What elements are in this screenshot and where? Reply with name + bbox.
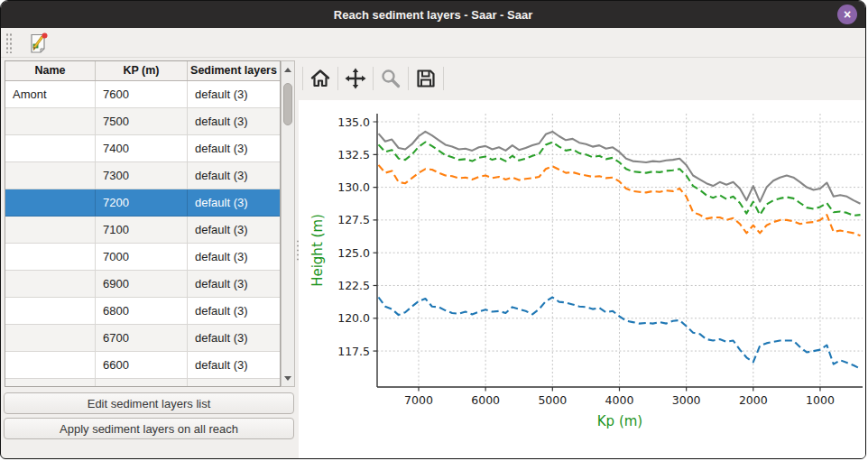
cell-kp: 7200 [96, 189, 188, 217]
table-row[interactable]: 6900default (3) [5, 271, 280, 298]
table-row[interactable]: 6700default (3) [5, 325, 280, 352]
svg-text:132.5: 132.5 [337, 148, 370, 161]
cell-kp: 7600 [96, 81, 188, 108]
cell-layers: default (3) [188, 217, 280, 244]
svg-text:5000: 5000 [538, 393, 567, 407]
cell-layers: default (3) [188, 352, 280, 379]
cell-name [5, 162, 96, 189]
table-row[interactable]: 6800default (3) [5, 298, 280, 325]
cell-kp: 6800 [96, 298, 188, 325]
cell-name [5, 244, 96, 271]
svg-text:122.5: 122.5 [337, 279, 370, 292]
svg-text:130.0: 130.0 [337, 180, 370, 194]
magnifier-zoom-icon [380, 68, 402, 89]
cell-layers: default (3) [188, 189, 280, 217]
sediment-layers-table: Name KP (m) Sediment layers Amont7600def… [5, 60, 281, 387]
plot-panel: 7000600050004000300020001000117.5120.012… [299, 59, 866, 458]
table-row[interactable]: 6600default (3) [5, 352, 280, 379]
cell-kp: 6900 [96, 271, 188, 298]
svg-text:1000: 1000 [806, 393, 835, 407]
sediment-profile-chart: 7000600050004000300020001000117.5120.012… [299, 100, 866, 458]
save-floppy-icon [415, 68, 437, 89]
cell-kp: 7500 [96, 108, 188, 135]
svg-text:6000: 6000 [471, 393, 500, 407]
column-header-kp[interactable]: KP (m) [96, 61, 188, 80]
edit-sediment-layers-list-button[interactable]: Edit sediment layers list [4, 392, 294, 414]
cell-kp: 7400 [96, 135, 188, 162]
table-row[interactable]: 7300default (3) [5, 162, 280, 189]
scrollbar-thumb[interactable] [283, 83, 292, 125]
table-row[interactable]: 7100default (3) [5, 217, 280, 244]
home-icon [309, 68, 331, 89]
svg-text:3000: 3000 [672, 393, 701, 407]
toolbar-separator [443, 67, 444, 90]
cell-layers: default (3) [188, 271, 280, 298]
svg-text:7000: 7000 [404, 393, 433, 407]
close-icon: × [844, 8, 851, 21]
cell-layers: default (3) [188, 108, 280, 135]
column-header-name[interactable]: Name [5, 61, 96, 80]
table-row[interactable]: Amont7600default (3) [5, 81, 280, 108]
svg-text:2000: 2000 [739, 393, 768, 407]
apply-sediment-layers-button[interactable]: Apply sediment layers on all reach [4, 418, 294, 439]
plot-canvas[interactable]: 7000600050004000300020001000117.5120.012… [299, 100, 866, 458]
table-row[interactable]: 7200default (3) [5, 189, 280, 217]
cell-kp: 7300 [96, 162, 188, 189]
cell-kp: 6600 [96, 352, 188, 379]
cell-name [5, 108, 96, 135]
cell-name [5, 189, 96, 217]
cell-layers: default (3) [188, 298, 280, 325]
cell-layers: default (3) [188, 244, 280, 271]
edit-document-icon [26, 32, 50, 55]
svg-text:117.5: 117.5 [337, 345, 370, 358]
svg-text:120.0: 120.0 [337, 311, 370, 325]
cell-layers: default (3) [188, 325, 280, 352]
cell-layers: default (3) [188, 162, 280, 189]
pan-button[interactable] [338, 65, 373, 92]
save-button[interactable] [409, 65, 443, 92]
svg-text:Kp (m): Kp (m) [597, 413, 642, 429]
window-title: Reach sediment layers - Saar - Saar [334, 8, 532, 22]
reach-sediment-layers-window: Reach sediment layers - Saar - Saar × Na… [0, 0, 866, 459]
close-button[interactable]: × [837, 5, 857, 24]
edit-reach-sediment-button[interactable] [24, 31, 51, 56]
pan-move-icon [345, 68, 366, 89]
cell-name [5, 217, 96, 244]
cell-kp: 6700 [96, 325, 188, 352]
cell-layers [188, 379, 280, 387]
cell-kp: 7100 [96, 217, 188, 244]
table-scrollbar[interactable] [281, 60, 295, 387]
cell-name [5, 325, 96, 352]
cell-name: Amont [5, 81, 96, 108]
app-toolbar [1, 28, 865, 58]
svg-text:Height (m): Height (m) [309, 214, 326, 287]
home-button[interactable] [303, 65, 337, 92]
cell-kp: 7000 [96, 244, 188, 271]
table-body: Amont7600default (3)7500default (3)7400d… [5, 81, 280, 387]
svg-text:127.5: 127.5 [337, 213, 370, 226]
toolbar-drag-handle[interactable] [5, 32, 13, 53]
cell-name [5, 379, 96, 387]
cell-name [5, 352, 96, 379]
cell-name [5, 271, 96, 298]
svg-text:4000: 4000 [605, 393, 634, 407]
scroll-up-arrow-icon[interactable] [282, 62, 294, 77]
table-row[interactable]: 7500default (3) [5, 108, 280, 135]
cell-layers: default (3) [188, 81, 280, 108]
column-header-sediment-layers[interactable]: Sediment layers [188, 61, 280, 80]
table-header-row: Name KP (m) Sediment layers [5, 61, 280, 81]
table-row[interactable]: 7000default (3) [5, 244, 280, 271]
cell-name [5, 135, 96, 162]
cell-kp [96, 379, 188, 387]
plot-toolbar [302, 64, 444, 93]
cell-name [5, 298, 96, 325]
titlebar[interactable]: Reach sediment layers - Saar - Saar × [1, 1, 865, 28]
scroll-down-arrow-icon[interactable] [282, 371, 294, 385]
svg-text:135.0: 135.0 [337, 115, 370, 129]
cell-layers: default (3) [188, 135, 280, 162]
zoom-button[interactable] [374, 65, 408, 92]
table-row[interactable]: 7400default (3) [5, 135, 280, 162]
svg-text:125.0: 125.0 [337, 246, 370, 260]
table-row-partial[interactable] [5, 379, 280, 387]
